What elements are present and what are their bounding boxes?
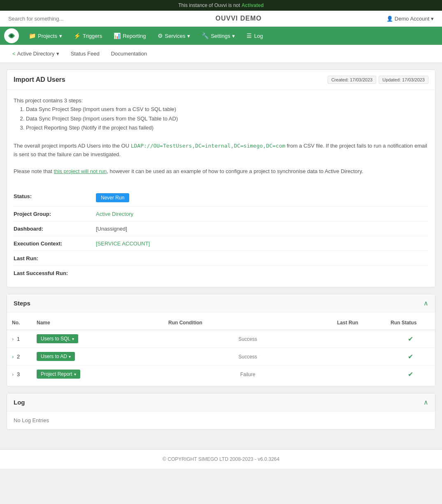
project-card-header: Import AD Users Created: 17/03/2023 Upda…: [7, 70, 435, 90]
col-header-run-condition: Run Condition: [163, 316, 332, 330]
log-section-header: Log ∧: [7, 393, 435, 412]
step-expand-no-1: › 1: [7, 330, 32, 348]
user-dropdown-arrow: ▾: [431, 16, 434, 22]
nav-projects[interactable]: 📁 Projects ▾: [23, 27, 68, 45]
expand-icon-1[interactable]: ›: [12, 336, 14, 342]
step-no-3: 3: [17, 371, 20, 377]
services-icon: ⚙: [158, 32, 163, 39]
banner-status: Activated: [242, 2, 264, 8]
sub-nav: < Active Directory ▾ Status Feed Documen…: [0, 45, 442, 63]
steps-collapse-icon[interactable]: ∧: [423, 299, 428, 307]
execution-link[interactable]: [SERVICE ACCOUNT]: [96, 240, 150, 247]
nav-settings[interactable]: 🔧 Settings ▾: [196, 27, 241, 45]
table-row: › 2 Users to AD ▾ Success ✔: [7, 348, 435, 365]
nav-reporting-label: Reporting: [123, 33, 146, 39]
nav-log[interactable]: ☰ Log: [241, 27, 269, 45]
detail-project-group-row: Project Group: Active Directory: [14, 207, 428, 222]
nav-projects-label: Projects: [38, 33, 57, 39]
nav-services[interactable]: ⚙ Services ▾: [152, 27, 196, 45]
step-list-item-2: Data Sync Project Step (Import users fro…: [26, 115, 428, 123]
steps-table: No. Name Run Condition Last Run Run Stat…: [7, 316, 435, 383]
expand-icon-3[interactable]: ›: [12, 371, 14, 377]
step-name-button-3[interactable]: Project Report ▾: [37, 370, 80, 379]
step-run-status-1: ✔: [386, 330, 435, 348]
logo: [4, 28, 19, 43]
step-list-item-1: Data Sync Project Step (Import users fro…: [26, 105, 428, 114]
step-no-2: 2: [17, 354, 20, 360]
subnav-active-directory-label: Active Directory: [17, 51, 55, 57]
page-content: Import AD Users Created: 17/03/2023 Upda…: [0, 63, 442, 443]
table-row: › 1 Users to SQL ▾ Success ✔: [7, 330, 435, 348]
detail-execution-row: Execution Context: [SERVICE ACCOUNT]: [14, 236, 428, 251]
banner-text: This instance of Ouvvi is not: [178, 2, 241, 8]
detail-last-success-row: Last Successful Run:: [14, 266, 428, 280]
app-title: OUVVI DEMO: [215, 15, 261, 22]
dashboard-label: Dashboard:: [14, 226, 96, 232]
dashboard-value: [Unassigned]: [96, 226, 127, 232]
note-text: Please note that this project will not r…: [14, 167, 428, 176]
subnav-status-feed-label: Status Feed: [71, 51, 100, 57]
steps-table-container: No. Name Run Condition Last Run Run Stat…: [7, 312, 435, 386]
updated-badge: Updated: 17/03/2023: [379, 76, 428, 84]
table-row: › 3 Project Report ▾ Failure ✔: [7, 365, 435, 383]
step-no-1: 1: [17, 336, 20, 342]
nav-reporting[interactable]: 📊 Reporting: [108, 27, 151, 45]
project-group-link[interactable]: Active Directory: [96, 211, 133, 217]
note-suffix: , however it can be used as an example o…: [107, 168, 363, 174]
project-description: This project contains 3 steps: Data Sync…: [7, 90, 435, 183]
ldap-path: LDAP://OU=TestUsers,DC=internal,DC=simeg…: [131, 143, 286, 149]
steps-title: Steps: [14, 300, 30, 307]
subnav-active-directory[interactable]: < Active Directory ▾: [7, 45, 65, 62]
step-name-3: Project Report ▾: [32, 365, 163, 383]
status-label: Status:: [14, 193, 96, 199]
user-account-button[interactable]: 👤 Demo Account ▾: [386, 16, 434, 22]
note-prefix: Please note that: [14, 168, 54, 174]
detail-status-row: Status: Never Run: [14, 189, 428, 207]
col-header-name: Name: [32, 316, 163, 330]
col-header-last-run: Last Run: [332, 316, 386, 330]
nav-services-label: Services: [165, 33, 186, 39]
top-banner: This instance of Ouvvi is not Activated: [0, 0, 442, 11]
step-dd-arrow-2: ▾: [69, 354, 71, 359]
step-run-status-2: ✔: [386, 348, 435, 365]
nav-settings-arrow: ▾: [232, 33, 235, 39]
subnav-status-feed[interactable]: Status Feed: [65, 45, 105, 62]
detail-dashboard-row: Dashboard: [Unassigned]: [14, 222, 428, 236]
nav-triggers-label: Triggers: [83, 33, 102, 39]
step-dd-arrow-3: ▾: [74, 372, 76, 377]
step-expand-no-2: › 2: [7, 348, 32, 365]
footer-text: © COPYRIGHT SIMEGO LTD 2008-2023 - v6.0.…: [163, 456, 279, 462]
description-intro: This project contains 3 steps:: [14, 97, 428, 105]
log-title: Log: [14, 399, 25, 406]
detail-last-run-row: Last Run:: [14, 251, 428, 266]
steps-list: Data Sync Project Step (Import users fro…: [26, 105, 428, 132]
step-name-button-1[interactable]: Users to SQL ▾: [37, 334, 78, 343]
col-header-run-status: Run Status: [386, 316, 435, 330]
reporting-icon: 📊: [114, 32, 121, 39]
subnav-ad-arrow: ▾: [56, 51, 59, 57]
step-run-condition-2: Success: [163, 348, 332, 365]
note-link[interactable]: this project will not run: [54, 168, 107, 174]
steps-section-header: Steps ∧: [7, 294, 435, 312]
step-run-condition-3: Failure: [163, 365, 332, 383]
step-expand-no-3: › 3: [7, 365, 32, 383]
nav-services-arrow: ▾: [187, 33, 190, 39]
log-collapse-icon[interactable]: ∧: [423, 398, 428, 406]
footer: © COPYRIGHT SIMEGO LTD 2008-2023 - v6.0.…: [0, 449, 442, 469]
projects-icon: 📁: [29, 32, 36, 39]
step-last-run-3: [332, 365, 386, 383]
expand-icon-2[interactable]: ›: [12, 354, 14, 360]
search-input[interactable]: [8, 16, 91, 22]
step-run-status-3: ✔: [386, 365, 435, 383]
description-main: The overall project imports AD Users int…: [14, 142, 428, 159]
never-run-badge: Never Run: [96, 193, 129, 202]
project-group-value: Active Directory: [96, 211, 133, 217]
col-header-no: No.: [7, 316, 32, 330]
nav-triggers[interactable]: ⚡ Triggers: [68, 27, 108, 45]
project-title: Import AD Users: [14, 76, 65, 83]
step-last-run-1: [332, 330, 386, 348]
steps-table-head: No. Name Run Condition Last Run Run Stat…: [7, 316, 435, 330]
search-bar: OUVVI DEMO 👤 Demo Account ▾: [0, 11, 442, 27]
step-name-button-2[interactable]: Users to AD ▾: [37, 352, 75, 361]
subnav-documentation[interactable]: Documentation: [105, 45, 153, 62]
